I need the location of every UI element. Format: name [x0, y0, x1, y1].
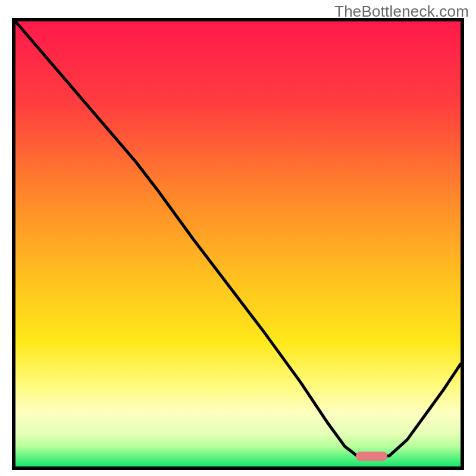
bottleneck-curve: [15, 21, 461, 466]
bottleneck-chart: TheBottleneck.com: [0, 0, 476, 476]
plot-area: [12, 18, 464, 470]
optimal-zone-marker: [356, 452, 387, 461]
